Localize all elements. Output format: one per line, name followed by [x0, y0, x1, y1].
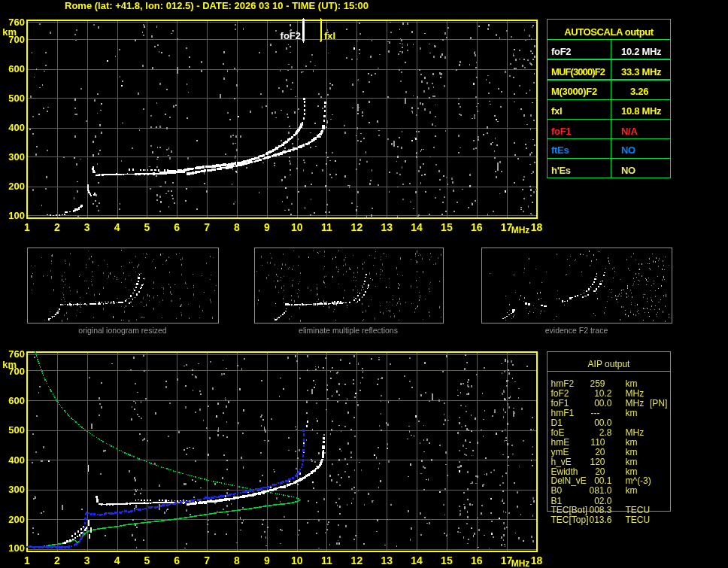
- svg-text:14: 14: [411, 554, 423, 566]
- svg-text:500: 500: [8, 93, 25, 104]
- svg-text:13: 13: [381, 221, 393, 233]
- svg-text:km: km: [626, 378, 638, 389]
- svg-text:1: 1: [24, 554, 30, 566]
- svg-text:km: km: [626, 485, 638, 496]
- svg-text:3: 3: [84, 221, 90, 233]
- svg-text:6: 6: [174, 221, 180, 233]
- svg-text:1: 1: [24, 221, 30, 233]
- svg-text:2: 2: [54, 221, 60, 233]
- svg-text:400: 400: [8, 122, 25, 133]
- svg-text:3.26: 3.26: [630, 86, 648, 97]
- svg-text:foF2: foF2: [551, 46, 571, 57]
- svg-text:km: km: [626, 466, 638, 477]
- svg-text:16: 16: [471, 554, 483, 566]
- svg-text:NO: NO: [621, 144, 635, 156]
- svg-text:9: 9: [264, 554, 270, 566]
- svg-text:400: 400: [8, 454, 25, 466]
- svg-text:m^(-3): m^(-3): [626, 475, 651, 486]
- svg-text:8: 8: [234, 554, 240, 566]
- svg-text:200: 200: [8, 514, 25, 525]
- svg-text:16: 16: [471, 221, 483, 233]
- svg-text:TECU: TECU: [626, 505, 651, 515]
- svg-text:081.0: 081.0: [589, 485, 611, 496]
- svg-text:18: 18: [531, 554, 543, 566]
- svg-text:15: 15: [441, 221, 453, 233]
- svg-text:[PN]: [PN]: [650, 398, 667, 409]
- svg-text:13: 13: [381, 554, 393, 566]
- svg-text:Rome (lat: +41.8, lon: 012.5): Rome (lat: +41.8, lon: 012.5) - DATE: 20…: [65, 0, 369, 11]
- svg-text:2.8: 2.8: [599, 427, 612, 438]
- svg-text:20: 20: [595, 447, 605, 457]
- svg-text:foF1: foF1: [551, 398, 569, 409]
- svg-text:Ewidth: Ewidth: [551, 466, 578, 477]
- svg-text:evidence F2 trace: evidence F2 trace: [545, 326, 608, 335]
- svg-text:10.8 MHz: 10.8 MHz: [621, 105, 662, 117]
- svg-text:33.3 MHz: 33.3 MHz: [621, 66, 662, 77]
- svg-text:8: 8: [234, 221, 240, 233]
- svg-text:foF1: foF1: [551, 126, 571, 137]
- svg-text:12: 12: [351, 221, 363, 233]
- svg-text:MHz: MHz: [511, 558, 530, 568]
- svg-text:008.3: 008.3: [589, 505, 611, 515]
- svg-text:10: 10: [291, 554, 303, 566]
- svg-text:700: 700: [8, 34, 25, 45]
- svg-text:ftEs: ftEs: [551, 144, 569, 156]
- svg-text:MUF(3000)F2: MUF(3000)F2: [551, 66, 605, 77]
- svg-text:6: 6: [174, 554, 180, 566]
- svg-text:3: 3: [84, 554, 90, 566]
- svg-text:10: 10: [291, 221, 303, 233]
- svg-text:TECU: TECU: [626, 515, 651, 525]
- svg-text:4: 4: [114, 554, 120, 566]
- svg-text:500: 500: [8, 424, 25, 436]
- svg-text:15: 15: [441, 554, 453, 566]
- svg-text:h_vE: h_vE: [551, 457, 572, 467]
- svg-text:h'Es: h'Es: [551, 165, 571, 176]
- svg-text:hmE: hmE: [551, 437, 570, 448]
- svg-text:00.0: 00.0: [594, 418, 612, 428]
- svg-text:600: 600: [8, 63, 25, 74]
- svg-text:MHz: MHz: [626, 427, 645, 438]
- svg-text:hmF1: hmF1: [551, 408, 575, 418]
- svg-text:7: 7: [204, 221, 210, 233]
- svg-text:fxI: fxI: [324, 30, 335, 41]
- svg-text:20: 20: [595, 466, 605, 477]
- svg-text:AIP output: AIP output: [588, 359, 630, 369]
- svg-text:B0: B0: [551, 485, 563, 496]
- svg-text:7: 7: [204, 554, 210, 566]
- svg-text:km: km: [626, 457, 638, 467]
- svg-text:5: 5: [144, 554, 150, 566]
- svg-text:110: 110: [590, 437, 605, 448]
- svg-text:MHz: MHz: [511, 225, 530, 235]
- svg-text:2: 2: [54, 554, 60, 566]
- svg-text:700: 700: [8, 366, 25, 377]
- svg-text:km: km: [626, 408, 638, 418]
- svg-text:TEC[Top]: TEC[Top]: [551, 515, 589, 525]
- svg-text:---: ---: [591, 408, 600, 418]
- svg-text:hmF2: hmF2: [551, 378, 575, 389]
- svg-text:12: 12: [351, 554, 363, 566]
- svg-text:300: 300: [8, 151, 25, 163]
- svg-text:100: 100: [8, 542, 25, 554]
- svg-text:km: km: [626, 437, 638, 448]
- svg-text:00.0: 00.0: [594, 398, 612, 409]
- svg-text:013.6: 013.6: [589, 515, 611, 525]
- svg-text:9: 9: [264, 221, 270, 233]
- svg-text:ymE: ymE: [551, 447, 569, 457]
- svg-text:fxI: fxI: [551, 105, 562, 117]
- svg-text:MHz: MHz: [626, 398, 645, 409]
- svg-text:120: 120: [590, 457, 605, 467]
- svg-text:600: 600: [8, 395, 25, 406]
- svg-text:11: 11: [321, 554, 332, 566]
- svg-text:D1: D1: [551, 418, 563, 428]
- svg-text:foF2: foF2: [281, 30, 301, 41]
- svg-text:NO: NO: [621, 165, 635, 176]
- svg-text:300: 300: [8, 484, 25, 495]
- svg-text:200: 200: [8, 181, 25, 192]
- svg-text:foE: foE: [551, 427, 565, 438]
- svg-text:AUTOSCALA output: AUTOSCALA output: [564, 26, 654, 38]
- svg-text:5: 5: [144, 221, 150, 233]
- svg-text:4: 4: [114, 221, 120, 233]
- svg-text:14: 14: [411, 221, 423, 233]
- svg-text:M(3000)F2: M(3000)F2: [551, 86, 597, 97]
- svg-text:eliminate multiple reflections: eliminate multiple reflections: [299, 326, 398, 335]
